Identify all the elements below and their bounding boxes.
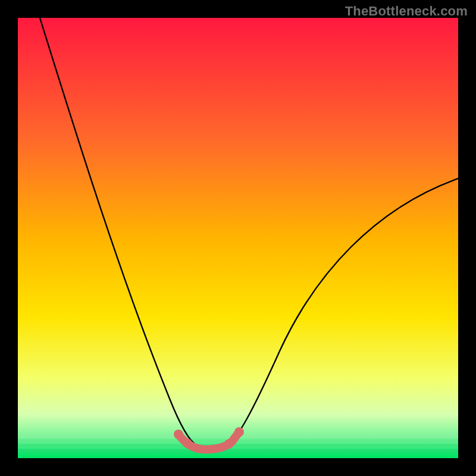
optimal-range-dot: [183, 439, 192, 448]
bottleneck-chart: [18, 18, 458, 458]
optimal-range-dot-right: [234, 427, 244, 437]
optimal-range-dot-left: [174, 430, 183, 439]
svg-rect-2: [18, 444, 458, 447]
gradient-background: [18, 18, 458, 458]
svg-rect-3: [18, 449, 458, 453]
chart-frame: TheBottleneck.com: [0, 0, 476, 476]
optimal-range-dot: [224, 439, 234, 449]
svg-rect-4: [18, 453, 458, 458]
watermark-text: TheBottleneck.com: [345, 4, 468, 19]
